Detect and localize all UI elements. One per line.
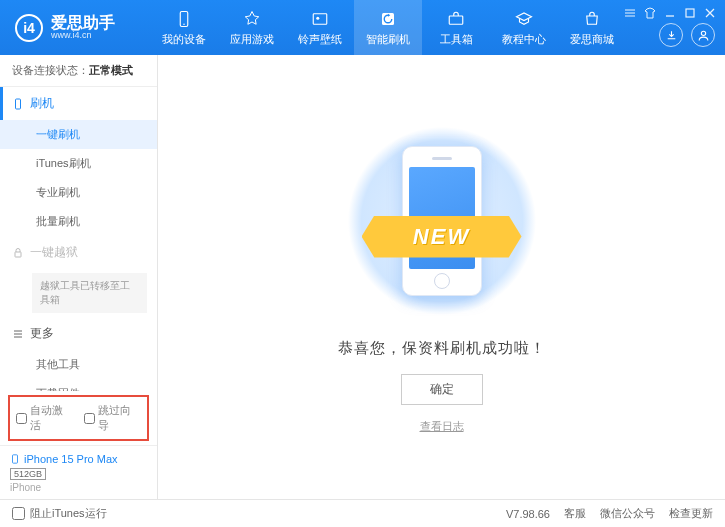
- device-info: iPhone 15 Pro Max 512GB iPhone: [0, 445, 157, 499]
- skip-guide-checkbox[interactable]: 跳过向导: [84, 403, 142, 433]
- sidebar-cat-more[interactable]: 更多: [0, 317, 157, 350]
- nav-toolbox[interactable]: 工具箱: [422, 0, 490, 55]
- sidebar-batch-flash[interactable]: 批量刷机: [0, 207, 157, 236]
- minimize-icon[interactable]: [663, 6, 677, 20]
- download-icon[interactable]: [659, 23, 683, 47]
- svg-rect-9: [15, 252, 21, 257]
- main-content: NEW 恭喜您，保资料刷机成功啦！ 确定 查看日志: [158, 55, 725, 499]
- svg-rect-2: [313, 13, 327, 24]
- nav-label: 爱思商城: [570, 32, 614, 47]
- toolbox-icon: [446, 9, 466, 29]
- sidebar-itunes-flash[interactable]: iTunes刷机: [0, 149, 157, 178]
- apps-icon: [242, 9, 262, 29]
- skin-icon[interactable]: [643, 6, 657, 20]
- sidebar-download-firmware[interactable]: 下载固件: [0, 379, 157, 391]
- logo-area: i4 爱思助手 www.i4.cn: [0, 14, 150, 42]
- sidebar-cat-flash[interactable]: 刷机: [0, 87, 157, 120]
- jailbreak-note: 越狱工具已转移至工具箱: [32, 273, 147, 313]
- version-label: V7.98.66: [506, 508, 550, 520]
- svg-rect-8: [16, 99, 21, 109]
- nav-apps[interactable]: 应用游戏: [218, 0, 286, 55]
- svg-point-1: [183, 23, 185, 25]
- nav-label: 我的设备: [162, 32, 206, 47]
- logo-icon: i4: [15, 14, 43, 42]
- connection-status: 设备连接状态：正常模式: [0, 55, 157, 87]
- success-illustration: NEW: [342, 121, 542, 321]
- device-storage: 512GB: [10, 468, 46, 480]
- sidebar-oneclick-flash[interactable]: 一键刷机: [0, 120, 157, 149]
- view-log-link[interactable]: 查看日志: [420, 419, 464, 434]
- success-message: 恭喜您，保资料刷机成功啦！: [338, 339, 546, 358]
- sidebar-cat-jailbreak: 一键越狱: [0, 236, 157, 269]
- nav-label: 智能刷机: [366, 32, 410, 47]
- window-controls: [623, 6, 717, 20]
- support-link[interactable]: 客服: [564, 506, 586, 521]
- nav-label: 教程中心: [502, 32, 546, 47]
- user-icon[interactable]: [691, 23, 715, 47]
- sidebar-pro-flash[interactable]: 专业刷机: [0, 178, 157, 207]
- shop-icon: [582, 9, 602, 29]
- app-title: 爱思助手: [51, 14, 115, 32]
- nav-label: 铃声壁纸: [298, 32, 342, 47]
- sidebar-other-tools[interactable]: 其他工具: [0, 350, 157, 379]
- nav-label: 工具箱: [440, 32, 473, 47]
- svg-point-3: [316, 16, 319, 19]
- nav-flash[interactable]: 智能刷机: [354, 0, 422, 55]
- ok-button[interactable]: 确定: [401, 374, 483, 405]
- phone-icon: [12, 98, 24, 110]
- block-itunes-checkbox[interactable]: 阻止iTunes运行: [12, 506, 107, 521]
- sidebar: 设备连接状态：正常模式 刷机 一键刷机 iTunes刷机 专业刷机 批量刷机 一…: [0, 55, 158, 499]
- svg-rect-10: [13, 455, 18, 463]
- wechat-link[interactable]: 微信公众号: [600, 506, 655, 521]
- new-ribbon: NEW: [362, 216, 522, 258]
- app-subtitle: www.i4.cn: [51, 31, 115, 41]
- menu-icon[interactable]: [623, 6, 637, 20]
- footer: 阻止iTunes运行 V7.98.66 客服 微信公众号 检查更新: [0, 499, 725, 527]
- device-selector[interactable]: iPhone 15 Pro Max: [10, 452, 147, 466]
- highlight-options-box: 自动激活 跳过向导: [8, 395, 149, 441]
- svg-rect-5: [449, 16, 463, 24]
- nav-tutorials[interactable]: 教程中心: [490, 0, 558, 55]
- svg-rect-6: [686, 9, 694, 17]
- list-icon: [12, 328, 24, 340]
- auto-activate-checkbox[interactable]: 自动激活: [16, 403, 74, 433]
- svg-point-7: [701, 31, 705, 35]
- nav-label: 应用游戏: [230, 32, 274, 47]
- app-header: i4 爱思助手 www.i4.cn 我的设备 应用游戏 铃声壁纸 智能刷机 工具…: [0, 0, 725, 55]
- device-type: iPhone: [10, 482, 147, 493]
- lock-icon: [12, 247, 24, 259]
- maximize-icon[interactable]: [683, 6, 697, 20]
- refresh-icon: [378, 9, 398, 29]
- nav-my-device[interactable]: 我的设备: [150, 0, 218, 55]
- nav-ringtones[interactable]: 铃声壁纸: [286, 0, 354, 55]
- phone-icon: [10, 452, 20, 466]
- check-update-link[interactable]: 检查更新: [669, 506, 713, 521]
- close-icon[interactable]: [703, 6, 717, 20]
- image-icon: [310, 9, 330, 29]
- nav-shop[interactable]: 爱思商城: [558, 0, 626, 55]
- phone-icon: [174, 9, 194, 29]
- education-icon: [514, 9, 534, 29]
- top-nav: 我的设备 应用游戏 铃声壁纸 智能刷机 工具箱 教程中心 爱思商城: [150, 0, 626, 55]
